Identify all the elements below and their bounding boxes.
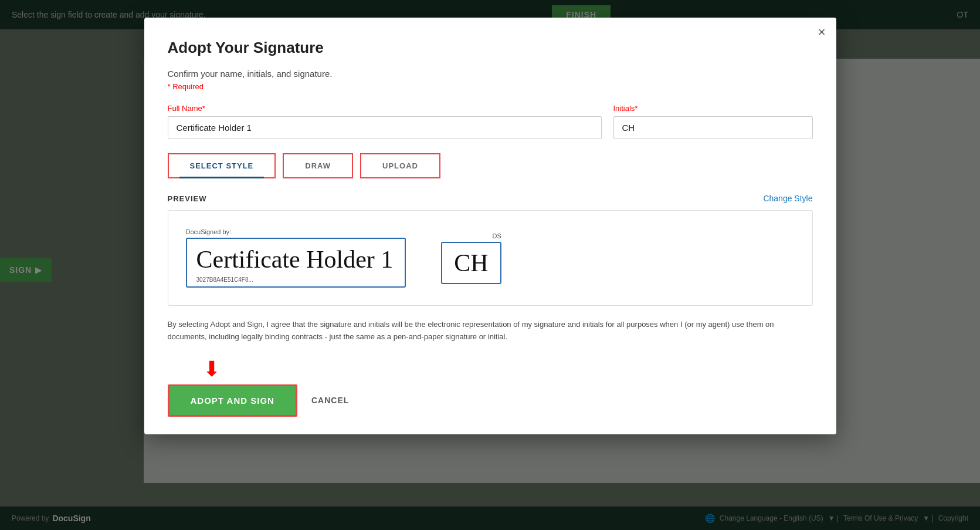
agreement-text: By selecting Adopt and Sign, I agree tha…: [168, 319, 813, 343]
adopt-sign-button[interactable]: ADOPT AND SIGN: [168, 384, 297, 417]
signature-hash: 3027B8A4E51C4F8...: [196, 276, 394, 283]
full-name-group: Full Name*: [168, 104, 602, 139]
initials-group: Initials*: [613, 104, 813, 139]
required-asterisk: *: [168, 82, 171, 91]
modal-title: Adopt Your Signature: [168, 39, 813, 57]
modal-overlay: × Adopt Your Signature Confirm your name…: [0, 0, 980, 530]
initials-preview-text: CH: [454, 249, 488, 277]
initials-label: Initials*: [613, 104, 813, 113]
tab-draw[interactable]: DRAW: [283, 153, 353, 178]
docusigned-label: DocuSigned by:: [186, 228, 406, 235]
adopt-signature-modal: × Adopt Your Signature Confirm your name…: [144, 18, 836, 434]
required-note: * Required: [168, 82, 813, 91]
preview-label: PREVIEW: [168, 194, 207, 203]
tab-select-style[interactable]: SELECT STYLE: [168, 153, 276, 178]
fields-row: Full Name* Initials*: [168, 104, 813, 139]
preview-box: DocuSigned by: Certificate Holder 1 3027…: [168, 210, 813, 306]
signature-tabs: SELECT STYLE DRAW UPLOAD: [168, 153, 813, 178]
red-arrow-annotation: ⬇: [203, 359, 813, 380]
full-name-input[interactable]: [168, 116, 602, 139]
signature-border-box: Certificate Holder 1 3027B8A4E51C4F8...: [186, 238, 406, 288]
cancel-button[interactable]: CANCEL: [311, 396, 349, 405]
initials-border-box: CH: [441, 242, 501, 284]
initials-input[interactable]: [613, 116, 813, 139]
modal-close-button[interactable]: ×: [818, 26, 826, 39]
actions-row: ADOPT AND SIGN CANCEL: [168, 384, 813, 417]
modal-subtitle: Confirm your name, initials, and signatu…: [168, 69, 813, 79]
change-style-button[interactable]: Change Style: [763, 194, 812, 203]
full-name-label: Full Name*: [168, 104, 602, 113]
signature-text: Certificate Holder 1: [196, 245, 394, 274]
initials-preview-label: DS: [441, 232, 501, 239]
signature-block: DocuSigned by: Certificate Holder 1 3027…: [186, 228, 406, 288]
tab-upload[interactable]: UPLOAD: [360, 153, 440, 178]
preview-header: PREVIEW Change Style: [168, 194, 813, 203]
initials-block: DS CH: [441, 232, 501, 284]
